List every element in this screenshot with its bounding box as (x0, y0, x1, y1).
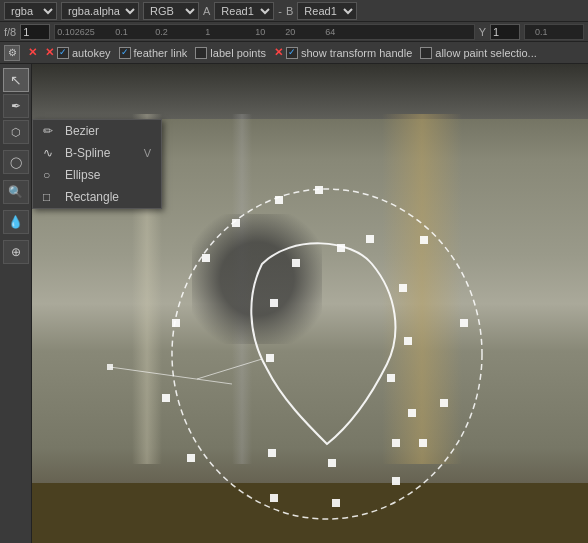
autokey-icon: ✕ (45, 46, 54, 59)
y-timeline[interactable]: 0.1 (524, 24, 584, 40)
allow-paint-item[interactable]: allow paint selectio... (420, 47, 537, 59)
paint-tool-button[interactable]: ⬡ (3, 120, 29, 144)
ellipse-label: Ellipse (65, 168, 100, 182)
bezier-label: Bezier (65, 124, 99, 138)
bspline-shortcut: V (144, 147, 151, 159)
feather-link-item[interactable]: feather link (119, 47, 188, 59)
left-toolbar: ↖ ✒ ⬡ ◯ 🔍 💧 ⊕ (0, 64, 32, 543)
bspline-icon: ∿ (43, 146, 57, 160)
rectangle-icon: □ (43, 190, 57, 204)
frame-bar: f/8 0.102625 0.1 0.2 1 10 20 64 Y 0.1 (0, 22, 588, 42)
transform-tool-button[interactable]: ⊕ (3, 240, 29, 264)
settings-button[interactable]: ⚙ (4, 45, 20, 61)
colorspace-dropdown[interactable]: RGB sRGB (143, 2, 199, 20)
feather-link-label: feather link (134, 47, 188, 59)
select-tool-button[interactable]: ↖ (3, 68, 29, 92)
pen-tool-button[interactable]: ✒ (3, 94, 29, 118)
show-transform-item[interactable]: ✕ show transform handle (274, 46, 412, 59)
label-points-item[interactable]: label points (195, 47, 266, 59)
bezier-icon: ✏ (43, 124, 57, 138)
y-label: Y (479, 26, 486, 38)
feather-link-checkbox[interactable] (119, 47, 131, 59)
label-points-checkbox[interactable] (195, 47, 207, 59)
show-transform-label: show transform handle (301, 47, 412, 59)
read-label-b: B (286, 5, 293, 17)
shape-tool-button[interactable]: ◯ (3, 150, 29, 174)
show-transform-checkbox[interactable] (286, 47, 298, 59)
minus-sep: - (278, 5, 282, 17)
eyedropper-tool-button[interactable]: 💧 (3, 210, 29, 234)
timeline[interactable]: 0.102625 0.1 0.2 1 10 20 64 (54, 24, 474, 40)
bspline-label: B-Spline (65, 146, 110, 160)
label-points-label: label points (210, 47, 266, 59)
top-bar: rgba rgb alpha rgba.alpha rgba RGB sRGB … (0, 0, 588, 22)
close-icon[interactable]: ✕ (28, 46, 37, 59)
channel2-dropdown[interactable]: rgba.alpha rgba (61, 2, 139, 20)
y-input[interactable] (490, 24, 520, 40)
toolbar: ⚙ ✕ ✕ autokey feather link label points … (0, 42, 588, 64)
context-menu: ✏ Bezier ∿ B-Spline V ○ Ellipse □ Rectan… (32, 119, 162, 209)
allow-paint-checkbox[interactable] (420, 47, 432, 59)
menu-item-ellipse[interactable]: ○ Ellipse (33, 164, 161, 186)
show-transform-icon: ✕ (274, 46, 283, 59)
ellipse-icon: ○ (43, 168, 57, 182)
read-label-a: A (203, 5, 210, 17)
frame-input[interactable] (20, 24, 50, 40)
rectangle-label: Rectangle (65, 190, 119, 204)
channel1-dropdown[interactable]: rgba rgb alpha (4, 2, 57, 20)
zoom-tool-button[interactable]: 🔍 (3, 180, 29, 204)
menu-item-bezier[interactable]: ✏ Bezier (33, 120, 161, 142)
menu-item-rectangle[interactable]: □ Rectangle (33, 186, 161, 208)
allow-paint-label: allow paint selectio... (435, 47, 537, 59)
menu-item-bspline[interactable]: ∿ B-Spline V (33, 142, 161, 164)
main-area: ↖ ✒ ⬡ ◯ 🔍 💧 ⊕ ✏ Bezier ∿ B-Spline (0, 64, 588, 543)
autokey-item[interactable]: ✕ autokey (45, 46, 111, 59)
autokey-label: autokey (72, 47, 111, 59)
aperture-label: f/8 (4, 26, 16, 38)
autokey-checkbox[interactable] (57, 47, 69, 59)
canvas-area[interactable]: ✏ Bezier ∿ B-Spline V ○ Ellipse □ Rectan… (32, 64, 588, 543)
read2-dropdown[interactable]: Read1 (297, 2, 357, 20)
read1-dropdown[interactable]: Read1 (214, 2, 274, 20)
